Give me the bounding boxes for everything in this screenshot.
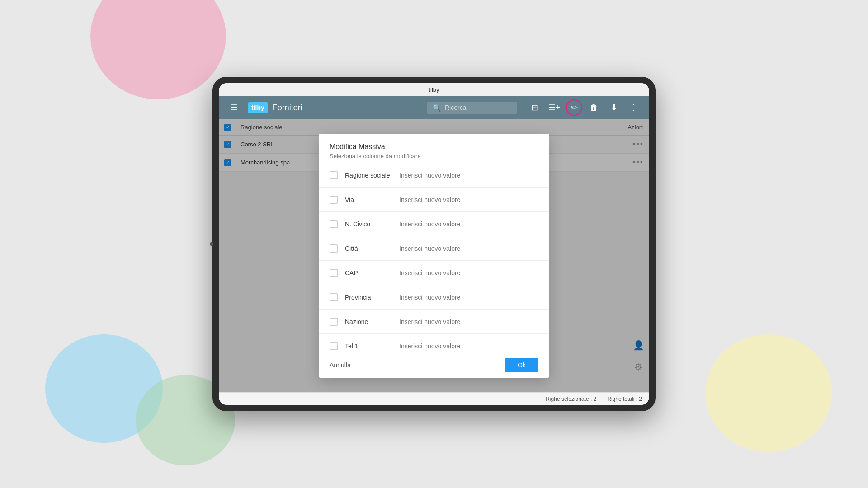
main-area: Ragione sociale Azioni Corso 2 SRL ••• M…: [219, 119, 649, 392]
field-nazione: Nazione: [319, 310, 549, 334]
label-provincia: Provincia: [345, 294, 399, 301]
input-tel1[interactable]: [399, 343, 538, 350]
shape-yellow: [705, 334, 832, 452]
table-area: Ragione sociale Azioni Corso 2 SRL ••• M…: [219, 119, 649, 392]
field-ragione-sociale: Ragione sociale: [319, 163, 549, 188]
field-n-civico: N. Civico: [319, 212, 549, 236]
input-nazione[interactable]: [399, 318, 538, 325]
input-n-civico[interactable]: [399, 221, 538, 228]
ok-button[interactable]: Ok: [505, 358, 538, 372]
modal-overlay: Modifica Massiva Seleziona le colonne da…: [219, 119, 649, 392]
modifica-massiva-dialog: Modifica Massiva Seleziona le colonne da…: [319, 134, 549, 378]
page-title: Fornitori: [273, 103, 302, 113]
delete-button[interactable]: 🗑: [586, 99, 602, 116]
add-button[interactable]: ☰+: [546, 99, 562, 116]
dialog-subtitle: Seleziona le colonne da modificare: [330, 153, 538, 160]
label-citta: Città: [345, 245, 399, 252]
cancel-button[interactable]: Annulla: [330, 358, 351, 372]
label-n-civico: N. Civico: [345, 221, 399, 228]
app-title: tilby: [429, 86, 439, 93]
search-bar[interactable]: 🔍: [427, 102, 517, 114]
dialog-footer: Annulla Ok: [319, 352, 549, 378]
checkbox-citta[interactable]: [330, 244, 338, 253]
more-button[interactable]: ⋮: [626, 99, 642, 116]
checkbox-via[interactable]: [330, 196, 338, 204]
label-tel1: Tel 1: [345, 343, 399, 350]
shape-blue: [45, 334, 163, 443]
title-bar: tilby: [219, 83, 649, 96]
menu-button[interactable]: ☰: [226, 99, 242, 116]
status-bar: Righe selezionate : 2 Righe totali : 2: [219, 392, 649, 405]
dialog-header: Modifica Massiva Seleziona le colonne da…: [319, 134, 549, 163]
field-citta: Città: [319, 236, 549, 261]
label-nazione: Nazione: [345, 318, 399, 325]
checkbox-ragione-sociale[interactable]: [330, 171, 338, 179]
checkbox-n-civico[interactable]: [330, 220, 338, 228]
input-citta[interactable]: [399, 245, 538, 252]
search-input[interactable]: [445, 104, 512, 111]
filter-button[interactable]: ⊟: [526, 99, 542, 116]
checkbox-nazione[interactable]: [330, 318, 338, 326]
field-tel1: Tel 1: [319, 334, 549, 352]
search-icon: 🔍: [432, 103, 441, 112]
input-ragione-sociale[interactable]: [399, 172, 538, 179]
download-button[interactable]: ⬇: [606, 99, 622, 116]
input-cap[interactable]: [399, 269, 538, 277]
label-ragione-sociale: Ragione sociale: [345, 172, 399, 179]
dialog-title: Modifica Massiva: [330, 143, 538, 151]
label-cap: CAP: [345, 269, 399, 277]
total-count: Righe totali : 2: [607, 396, 642, 402]
field-cap: CAP: [319, 261, 549, 285]
field-provincia: Provincia: [319, 285, 549, 310]
brand-logo: tilby Fornitori: [248, 102, 302, 113]
label-via: Via: [345, 196, 399, 203]
header-actions: ⊟ ☰+ ✏ 🗑 ⬇ ⋮: [526, 99, 642, 116]
field-via: Via: [319, 188, 549, 212]
checkbox-cap[interactable]: [330, 269, 338, 277]
selected-count: Righe selezionate : 2: [546, 396, 596, 402]
checkbox-tel1[interactable]: [330, 342, 338, 350]
input-provincia[interactable]: [399, 294, 538, 301]
tablet-device: tilby ☰ tilby Fornitori 🔍 ⊟ ☰+ ✏ 🗑 ⬇ ⋮: [212, 77, 656, 411]
tablet-camera: [210, 242, 213, 246]
tablet-screen: tilby ☰ tilby Fornitori 🔍 ⊟ ☰+ ✏ 🗑 ⬇ ⋮: [219, 83, 649, 405]
app-header: ☰ tilby Fornitori 🔍 ⊟ ☰+ ✏ 🗑 ⬇ ⋮: [219, 96, 649, 119]
shape-pink: [90, 0, 226, 99]
brand-icon: tilby: [248, 102, 268, 113]
checkbox-provincia[interactable]: [330, 293, 338, 301]
input-via[interactable]: [399, 196, 538, 203]
edit-button[interactable]: ✏: [566, 99, 582, 116]
dialog-body: Ragione sociale Via: [319, 163, 549, 352]
